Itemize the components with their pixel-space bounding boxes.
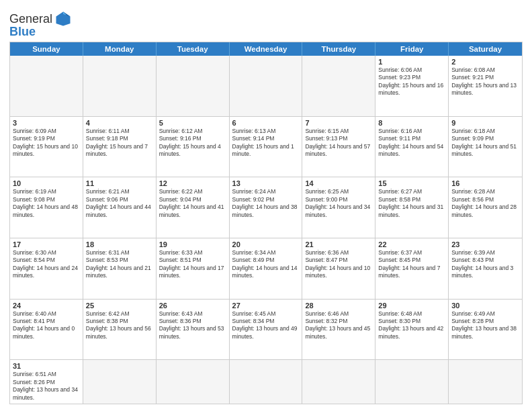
header-cell-tuesday: Tuesday — [157, 42, 230, 56]
day-info: Sunrise: 6:30 AM Sunset: 8:54 PM Dayligh… — [13, 249, 80, 280]
day-info: Sunrise: 6:45 AM Sunset: 8:34 PM Dayligh… — [232, 310, 300, 341]
day-cell-21: 21Sunrise: 6:36 AM Sunset: 8:47 PM Dayli… — [302, 238, 375, 299]
day-info: Sunrise: 6:48 AM Sunset: 8:30 PM Dayligh… — [378, 310, 445, 341]
day-number: 29 — [378, 302, 445, 310]
day-info: Sunrise: 6:15 AM Sunset: 9:13 PM Dayligh… — [305, 128, 372, 158]
header-cell-friday: Friday — [375, 42, 449, 56]
day-cell-7: 7Sunrise: 6:15 AM Sunset: 9:13 PM Daylig… — [302, 117, 375, 177]
day-cell-14: 14Sunrise: 6:25 AM Sunset: 9:00 PM Dayli… — [302, 177, 375, 238]
day-number: 26 — [159, 302, 226, 310]
day-number: 1 — [378, 58, 445, 66]
day-cell-9: 9Sunrise: 6:18 AM Sunset: 9:09 PM Daylig… — [449, 117, 522, 177]
day-info: Sunrise: 6:22 AM Sunset: 9:04 PM Dayligh… — [159, 188, 226, 219]
day-info: Sunrise: 6:33 AM Sunset: 8:51 PM Dayligh… — [159, 249, 226, 280]
day-info: Sunrise: 6:34 AM Sunset: 8:49 PM Dayligh… — [232, 249, 300, 280]
day-info: Sunrise: 6:21 AM Sunset: 9:06 PM Dayligh… — [86, 188, 153, 219]
empty-cell — [230, 56, 303, 116]
calendar: SundayMondayTuesdayWednesdayThursdayFrid… — [9, 42, 523, 404]
empty-cell — [375, 360, 449, 404]
day-info: Sunrise: 6:37 AM Sunset: 8:45 PM Dayligh… — [378, 249, 445, 280]
day-cell-8: 8Sunrise: 6:16 AM Sunset: 9:11 PM Daylig… — [375, 117, 449, 177]
calendar-body: 1Sunrise: 6:06 AM Sunset: 9:23 PM Daylig… — [10, 56, 522, 404]
calendar-row-4: 17Sunrise: 6:30 AM Sunset: 8:54 PM Dayli… — [10, 238, 522, 299]
day-info: Sunrise: 6:51 AM Sunset: 8:26 PM Dayligh… — [13, 371, 80, 402]
day-cell-18: 18Sunrise: 6:31 AM Sunset: 8:53 PM Dayli… — [83, 238, 157, 299]
day-cell-12: 12Sunrise: 6:22 AM Sunset: 9:04 PM Dayli… — [157, 177, 230, 238]
day-number: 2 — [451, 58, 519, 66]
day-info: Sunrise: 6:42 AM Sunset: 8:38 PM Dayligh… — [86, 310, 153, 341]
day-cell-31: 31Sunrise: 6:51 AM Sunset: 8:26 PM Dayli… — [10, 360, 83, 404]
header: General Blue — [9, 7, 523, 38]
day-cell-15: 15Sunrise: 6:27 AM Sunset: 8:58 PM Dayli… — [375, 177, 449, 238]
day-info: Sunrise: 6:09 AM Sunset: 9:19 PM Dayligh… — [13, 128, 80, 158]
header-cell-thursday: Thursday — [302, 42, 375, 56]
day-number: 24 — [13, 302, 80, 310]
day-number: 10 — [13, 179, 80, 187]
day-number: 23 — [451, 240, 519, 248]
day-cell-11: 11Sunrise: 6:21 AM Sunset: 9:06 PM Dayli… — [83, 177, 157, 238]
page: General Blue SundayMondayTuesdayWednesda… — [0, 0, 532, 411]
day-cell-26: 26Sunrise: 6:43 AM Sunset: 8:36 PM Dayli… — [157, 300, 230, 360]
day-cell-28: 28Sunrise: 6:46 AM Sunset: 8:32 PM Dayli… — [302, 300, 375, 360]
day-info: Sunrise: 6:31 AM Sunset: 8:53 PM Dayligh… — [86, 249, 153, 280]
day-number: 25 — [86, 302, 153, 310]
day-number: 9 — [451, 119, 519, 127]
day-cell-1: 1Sunrise: 6:06 AM Sunset: 9:23 PM Daylig… — [375, 56, 449, 116]
calendar-row-3: 10Sunrise: 6:19 AM Sunset: 9:08 PM Dayli… — [10, 177, 522, 238]
day-cell-29: 29Sunrise: 6:48 AM Sunset: 8:30 PM Dayli… — [375, 300, 449, 360]
day-number: 19 — [159, 240, 226, 248]
day-number: 5 — [159, 119, 226, 127]
day-info: Sunrise: 6:28 AM Sunset: 8:56 PM Dayligh… — [451, 188, 519, 219]
empty-cell — [302, 56, 375, 116]
day-info: Sunrise: 6:40 AM Sunset: 8:41 PM Dayligh… — [13, 310, 80, 341]
header-cell-wednesday: Wednesday — [230, 42, 303, 56]
day-cell-23: 23Sunrise: 6:39 AM Sunset: 8:43 PM Dayli… — [449, 238, 522, 299]
day-number: 12 — [159, 179, 226, 187]
day-number: 6 — [232, 119, 300, 127]
empty-cell — [302, 360, 375, 404]
day-number: 3 — [13, 119, 80, 127]
day-cell-4: 4Sunrise: 6:11 AM Sunset: 9:18 PM Daylig… — [83, 117, 157, 177]
logo-text-blue: Blue — [9, 26, 36, 38]
empty-cell — [83, 360, 157, 404]
empty-cell — [157, 56, 230, 116]
day-info: Sunrise: 6:46 AM Sunset: 8:32 PM Dayligh… — [305, 310, 372, 341]
day-number: 31 — [13, 362, 80, 370]
empty-cell — [230, 360, 303, 404]
calendar-header: SundayMondayTuesdayWednesdayThursdayFrid… — [10, 42, 522, 56]
day-cell-6: 6Sunrise: 6:13 AM Sunset: 9:14 PM Daylig… — [230, 117, 303, 177]
day-info: Sunrise: 6:16 AM Sunset: 9:11 PM Dayligh… — [378, 128, 445, 158]
day-info: Sunrise: 6:25 AM Sunset: 9:00 PM Dayligh… — [305, 188, 372, 219]
header-cell-sunday: Sunday — [10, 42, 83, 56]
day-number: 13 — [232, 179, 300, 187]
day-number: 16 — [451, 179, 519, 187]
day-cell-16: 16Sunrise: 6:28 AM Sunset: 8:56 PM Dayli… — [449, 177, 522, 238]
day-cell-19: 19Sunrise: 6:33 AM Sunset: 8:51 PM Dayli… — [157, 238, 230, 299]
day-number: 27 — [232, 302, 300, 310]
day-info: Sunrise: 6:24 AM Sunset: 9:02 PM Dayligh… — [232, 188, 300, 219]
day-number: 18 — [86, 240, 153, 248]
empty-cell — [157, 360, 230, 404]
day-info: Sunrise: 6:43 AM Sunset: 8:36 PM Dayligh… — [159, 310, 226, 341]
calendar-row-5: 24Sunrise: 6:40 AM Sunset: 8:41 PM Dayli… — [10, 299, 522, 360]
logo: General Blue — [9, 9, 73, 38]
day-info: Sunrise: 6:49 AM Sunset: 8:28 PM Dayligh… — [451, 310, 519, 341]
empty-cell — [83, 56, 157, 116]
day-cell-27: 27Sunrise: 6:45 AM Sunset: 8:34 PM Dayli… — [230, 300, 303, 360]
day-info: Sunrise: 6:12 AM Sunset: 9:16 PM Dayligh… — [159, 128, 226, 158]
day-number: 30 — [451, 302, 519, 310]
empty-cell — [10, 56, 83, 116]
day-number: 15 — [378, 179, 445, 187]
day-cell-2: 2Sunrise: 6:08 AM Sunset: 9:21 PM Daylig… — [449, 56, 522, 116]
day-info: Sunrise: 6:06 AM Sunset: 9:23 PM Dayligh… — [378, 66, 445, 97]
day-number: 8 — [378, 119, 445, 127]
day-cell-5: 5Sunrise: 6:12 AM Sunset: 9:16 PM Daylig… — [157, 117, 230, 177]
day-cell-17: 17Sunrise: 6:30 AM Sunset: 8:54 PM Dayli… — [10, 238, 83, 299]
day-cell-24: 24Sunrise: 6:40 AM Sunset: 8:41 PM Dayli… — [10, 300, 83, 360]
logo-text-general: General — [9, 13, 52, 25]
calendar-row-1: 1Sunrise: 6:06 AM Sunset: 9:23 PM Daylig… — [10, 56, 522, 116]
logo-icon — [54, 9, 73, 28]
day-info: Sunrise: 6:11 AM Sunset: 9:18 PM Dayligh… — [86, 128, 153, 158]
day-cell-25: 25Sunrise: 6:42 AM Sunset: 8:38 PM Dayli… — [83, 300, 157, 360]
day-info: Sunrise: 6:08 AM Sunset: 9:21 PM Dayligh… — [451, 66, 519, 97]
